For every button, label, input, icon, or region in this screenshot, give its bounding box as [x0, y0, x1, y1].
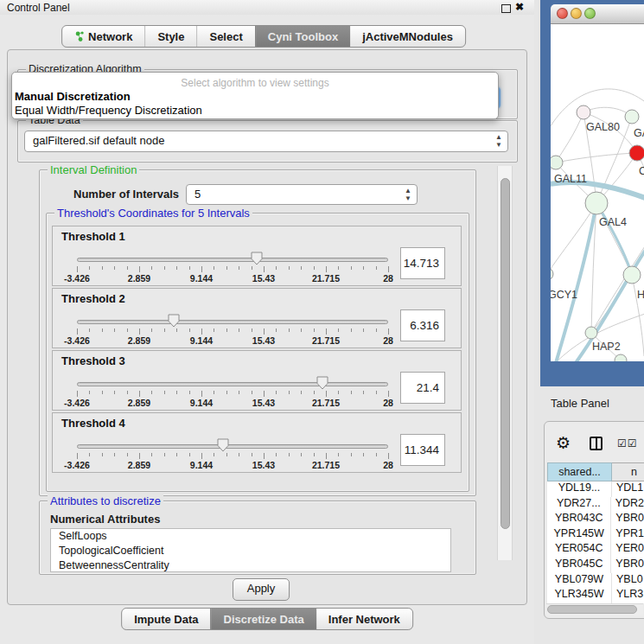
numerical-attributes-label: Numerical Attributes	[50, 513, 160, 526]
slider-tick-labels: -3.4262.8599.14415.4321.71528	[77, 460, 388, 470]
network-edge	[556, 153, 637, 163]
network-canvas[interactable]: GAL80GACGAL11GAL4GCY1HHAP2	[551, 24, 644, 361]
close-icon[interactable]: ✖	[515, 1, 524, 13]
combo-spinner-icon: ▲▼	[495, 133, 502, 149]
network-node[interactable]	[615, 354, 627, 361]
threshold-slider[interactable]: -3.4262.8599.14415.4321.71528	[77, 313, 388, 348]
apply-button[interactable]: Apply	[233, 578, 290, 601]
network-node[interactable]	[585, 327, 597, 339]
threshold-stack: Threshold 1 -3.4262.8599.14415.4321.7152…	[52, 226, 462, 475]
threshold-value-field[interactable]: 11.344	[400, 434, 445, 466]
network-edge	[591, 242, 644, 333]
network-node-label: C	[639, 165, 644, 177]
cell-name: YDR2	[611, 497, 644, 513]
attribute-list-item[interactable]: SelfLoops	[51, 529, 450, 544]
tab-network[interactable]: Network	[62, 26, 144, 47]
table-row[interactable]: YPR145WYPR1	[547, 527, 644, 543]
table-row[interactable]: YBR045CYBR0	[547, 558, 644, 573]
float-window-icon[interactable]	[501, 4, 511, 13]
panel-scrollbar-thumb[interactable]	[501, 178, 510, 529]
algorithm-option-manual[interactable]: Manual Discretization	[15, 90, 131, 103]
network-node[interactable]	[629, 145, 644, 161]
tab-select[interactable]: Select	[196, 26, 254, 47]
tab-label: Impute Data	[134, 613, 198, 626]
slider-tick-label: 28	[383, 273, 393, 284]
attribute-list-item[interactable]: BetweennessCentrality	[51, 558, 450, 572]
threshold-value-field[interactable]: 14.713	[400, 247, 445, 279]
table-data-combo-value: galFiltered.sif default node	[33, 134, 164, 147]
slider-tick-label: -3.426	[64, 398, 90, 408]
network-node[interactable]	[625, 110, 639, 124]
table-row[interactable]: YBL079WYBL0	[547, 573, 644, 589]
network-node-label: GAL80	[586, 121, 620, 133]
cell-name: YPR1	[611, 527, 644, 543]
column-header-name[interactable]: n	[612, 462, 644, 481]
slider-tick-label: 2.859	[128, 335, 150, 346]
table-row[interactable]: YLR345WYLR3	[547, 588, 644, 603]
table-data-combo[interactable]: galFiltered.sif default node ▲▼	[24, 131, 508, 152]
slider-track[interactable]	[77, 258, 388, 262]
number-of-intervals-combo[interactable]: 5 ▲▼	[186, 184, 418, 205]
slider-tick-label: 21.715	[312, 335, 340, 346]
gear-icon[interactable]: ⚙	[556, 433, 571, 453]
slider-ticks	[77, 453, 388, 459]
network-window: GAL80GACGAL11GAL4GCY1HHAP2	[540, 0, 644, 386]
split-columns-icon[interactable]	[590, 437, 603, 450]
select-columns-icon[interactable]: ☑☑	[617, 437, 638, 450]
table-horizontal-scrollbar[interactable]	[546, 603, 643, 615]
network-node[interactable]	[623, 266, 641, 284]
slider-tick-label: 9.144	[190, 398, 213, 408]
column-header-shared-name[interactable]: shared...	[547, 462, 612, 481]
threshold-panel: Threshold 1 -3.4262.8599.14415.4321.7152…	[52, 226, 462, 286]
slider-thumb-icon[interactable]	[217, 438, 229, 452]
cell-name: YLR3	[612, 588, 643, 603]
slider-tick-label: 2.859	[128, 460, 150, 470]
cell-name: YDL1	[612, 481, 643, 497]
table-row[interactable]: YER054CYER0	[547, 542, 644, 558]
slider-thumb-icon[interactable]	[251, 252, 263, 265]
tab-infer-network[interactable]: Infer Network	[316, 609, 412, 629]
network-graph: GAL80GACGAL11GAL4GCY1HHAP2	[551, 24, 644, 361]
threshold-label: Threshold 3	[61, 354, 125, 367]
attribute-list-item[interactable]: TopologicalCoefficient	[51, 544, 450, 558]
network-tab-icon	[74, 30, 84, 42]
control-panel-title: Control Panel	[7, 2, 70, 14]
numerical-attributes-list[interactable]: SelfLoopsTopologicalCoefficientBetweenne…	[50, 528, 451, 572]
slider-thumb-icon[interactable]	[316, 376, 328, 390]
table-panel-title: Table Panel	[551, 397, 609, 410]
slider-track[interactable]	[77, 382, 388, 386]
close-traffic-light-icon[interactable]	[557, 8, 568, 19]
slider-tick-label: 28	[383, 398, 393, 408]
threshold-value-field[interactable]: 21.4	[400, 372, 445, 404]
table-row[interactable]: YDR27...YDR2	[547, 497, 644, 513]
table-row[interactable]: YDL19...YDL1	[547, 481, 644, 497]
threshold-slider[interactable]: -3.4262.8599.14415.4321.71528	[77, 437, 388, 472]
slider-track[interactable]	[77, 444, 388, 449]
table-hscroll-thumb[interactable]	[547, 605, 637, 614]
network-node[interactable]	[551, 268, 553, 280]
slider-thumb-icon[interactable]	[168, 314, 180, 328]
slider-ticks	[77, 328, 388, 335]
tab-discretize-data[interactable]: Discretize Data	[211, 609, 316, 629]
tab-cyni-toolbox[interactable]: Cyni Toolbox	[255, 26, 350, 47]
network-node[interactable]	[551, 156, 563, 169]
zoom-traffic-light-icon[interactable]	[584, 8, 596, 19]
threshold-slider[interactable]: -3.4262.8599.14415.4321.71528	[77, 251, 388, 285]
algorithm-option-equal-width[interactable]: Equal Width/Frequency Discretization	[15, 104, 202, 117]
slider-tick-labels: -3.4262.8599.14415.4321.71528	[77, 273, 388, 284]
slider-tick-label: 21.715	[312, 273, 340, 284]
panel-vertical-scrollbar[interactable]	[497, 166, 513, 560]
network-node[interactable]	[577, 105, 590, 119]
tab-style[interactable]: Style	[144, 26, 196, 47]
threshold-value-field[interactable]: 6.316	[400, 309, 445, 341]
tab-jactivemnodules[interactable]: jActiveMNodules	[350, 26, 465, 47]
threshold-slider[interactable]: -3.4262.8599.14415.4321.71528	[77, 375, 388, 410]
table-row[interactable]: YBR043CYBR0	[547, 512, 644, 527]
network-node[interactable]	[585, 192, 608, 214]
algorithm-placeholder: Select algorithm to view settings	[12, 77, 498, 89]
number-of-intervals-value: 5	[194, 188, 201, 201]
minimize-traffic-light-icon[interactable]	[571, 8, 582, 19]
slider-track[interactable]	[77, 320, 388, 324]
slider-tick-label: 28	[383, 460, 393, 470]
tab-impute-data[interactable]: Impute Data	[122, 609, 210, 629]
